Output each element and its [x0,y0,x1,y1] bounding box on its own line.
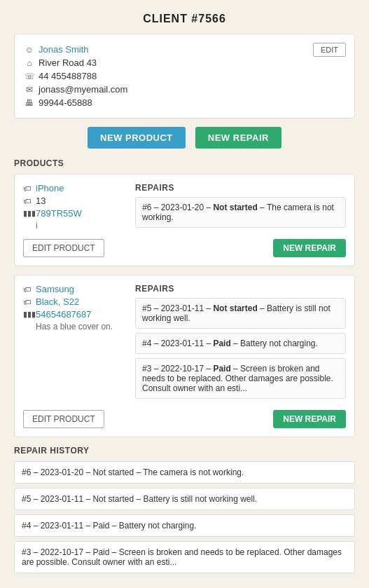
product-barcode-link[interactable]: 789TR55W [36,208,82,219]
repair-item-1-0: #5 – 2023-01-11 – Not started – Battery … [135,298,346,329]
tag2-icon: 🏷 [23,197,32,205]
client-phone: 44 455488788 [39,71,97,81]
barcode-icon: ▮▮▮ [23,310,32,319]
repair-history-label: REPAIR HISTORY [14,446,355,456]
repair-item-0-0: #6 – 2023-01-20 – Not started – The came… [135,197,346,228]
repair-id: #6 – 2023-01-20 – [142,203,213,212]
repair-id: #3 – 2022-10-17 – [142,364,213,374]
history-item-status: Paid [92,521,109,531]
repair-status: Paid [213,339,230,348]
product-tag1-link[interactable]: iPhone [36,183,64,193]
home-icon: ⌂ [25,58,34,68]
product-card-footer-0: EDIT PRODUCT NEW REPAIR [23,239,346,257]
product-card-0: 🏷 iPhone 🏷 13 ▮▮▮ 789TR55W i REPAIRS #6 … [14,174,355,266]
repairs-label-1: REPAIRS [135,284,346,294]
history-item-desc: – Battery is still not working well. [134,494,257,504]
history-item-id: #3 – 2022-10-17 – [22,547,92,557]
history-item-status: Not started [92,467,134,477]
client-address-field: ⌂ River Road 43 [25,57,344,68]
product-note: i [36,221,128,231]
history-item-1: #5 – 2023-01-11 – Not started – Battery … [14,488,355,510]
product-card-footer-1: EDIT PRODUCT NEW REPAIR [23,410,346,428]
product-tag1-link[interactable]: Samsung [36,284,74,294]
phone-icon: ☏ [25,71,34,81]
email-icon: ✉ [25,85,34,95]
tag-icon: 🏷 [23,285,32,294]
repairs-label-0: REPAIRS [135,183,346,193]
product-tag2: 13 [36,196,46,206]
new-repair-button[interactable]: NEW REPAIR [195,127,281,149]
history-item-0: #6 – 2023-01-20 – Not started – The came… [14,461,355,484]
product-tag1-field: 🏷 iPhone [23,183,128,193]
client-name-field: ☺ Jonas Smith [25,44,344,55]
product-info: 🏷 Samsung 🏷 Black, S22 ▮▮▮ 54654687687 H… [23,284,128,403]
barcode-icon: ▮▮▮ [23,209,32,218]
product-tag1-field: 🏷 Samsung [23,284,128,294]
repair-desc: – Battery not charging. [231,339,318,348]
repair-status: Paid [213,364,230,374]
repair-id: #4 – 2023-01-11 – [142,339,213,348]
history-item-id: #5 – 2023-01-11 – [22,494,92,504]
history-item-desc: – Battery not charging. [109,521,196,531]
history-item-3: #3 – 2022-10-17 – Paid – Screen is broke… [14,541,355,573]
history-item-status: Paid [92,547,109,557]
product-tag2-field: 🏷 13 [23,196,128,206]
product-card-1: 🏷 Samsung 🏷 Black, S22 ▮▮▮ 54654687687 H… [14,275,355,437]
product-tag2-link[interactable]: Black, S22 [36,296,79,307]
repair-history-container: #6 – 2023-01-20 – Not started – The came… [14,461,355,573]
person-icon: ☺ [25,45,34,55]
new-product-button[interactable]: NEW PRODUCT [88,127,186,149]
repair-history-section: REPAIR HISTORY #6 – 2023-01-20 – Not sta… [14,446,355,573]
client-phone-field: ☏ 44 455488788 [25,71,344,81]
product-new-repair-button-1[interactable]: NEW REPAIR [273,410,346,428]
edit-product-button-1[interactable]: EDIT PRODUCT [23,410,104,428]
repairs-section-0: REPAIRS #6 – 2023-01-20 – Not started – … [135,183,346,232]
product-card-inner: 🏷 iPhone 🏷 13 ▮▮▮ 789TR55W i REPAIRS #6 … [23,183,346,232]
edit-product-button-0[interactable]: EDIT PRODUCT [23,239,104,257]
client-email: jonass@myemail.com [39,84,127,95]
client-address: River Road 43 [39,57,97,68]
page-title: CLIENT #7566 [0,0,369,34]
tag2-icon: 🏷 [23,298,32,306]
client-edit-button[interactable]: EDIT [313,43,346,57]
product-card-inner: 🏷 Samsung 🏷 Black, S22 ▮▮▮ 54654687687 H… [23,284,346,403]
product-note: Has a blue cover on. [36,322,128,331]
printer-icon: 🖶 [25,98,34,108]
client-email-field: ✉ jonass@myemail.com [25,84,344,95]
product-barcode-field: ▮▮▮ 54654687687 [23,309,128,320]
repair-item-1-2: #3 – 2022-10-17 – Paid – Screen is broke… [135,358,346,399]
client-name-link[interactable]: Jonas Smith [39,44,89,55]
repair-status: Not started [213,303,257,313]
product-new-repair-button-0[interactable]: NEW REPAIR [273,239,346,257]
product-info: 🏷 iPhone 🏷 13 ▮▮▮ 789TR55W i [23,183,128,232]
product-tag2-field: 🏷 Black, S22 [23,296,128,307]
history-item-id: #6 – 2023-01-20 – [22,467,92,477]
client-extra: 99944-65888 [39,97,92,108]
product-barcode-link[interactable]: 54654687687 [36,309,92,320]
client-extra-field: 🖶 99944-65888 [25,97,344,108]
client-card: ☺ Jonas Smith ⌂ River Road 43 ☏ 44 45548… [14,34,355,118]
products-section-label: PRODUCTS [14,158,355,168]
repairs-section-1: REPAIRS #5 – 2023-01-11 – Not started – … [135,284,346,403]
history-item-id: #4 – 2023-01-11 – [22,521,92,531]
products-container: 🏷 iPhone 🏷 13 ▮▮▮ 789TR55W i REPAIRS #6 … [0,174,369,437]
tag-icon: 🏷 [23,184,32,193]
history-item-status: Not started [92,494,134,504]
history-item-desc: – The camera is not working. [134,467,244,477]
history-item-2: #4 – 2023-01-11 – Paid – Battery not cha… [14,514,355,537]
action-buttons: NEW PRODUCT NEW REPAIR [0,127,369,149]
repair-status: Not started [213,203,257,212]
repair-id: #5 – 2023-01-11 – [142,303,213,313]
product-barcode-field: ▮▮▮ 789TR55W [23,208,128,219]
repair-item-1-1: #4 – 2023-01-11 – Paid – Battery not cha… [135,333,346,354]
